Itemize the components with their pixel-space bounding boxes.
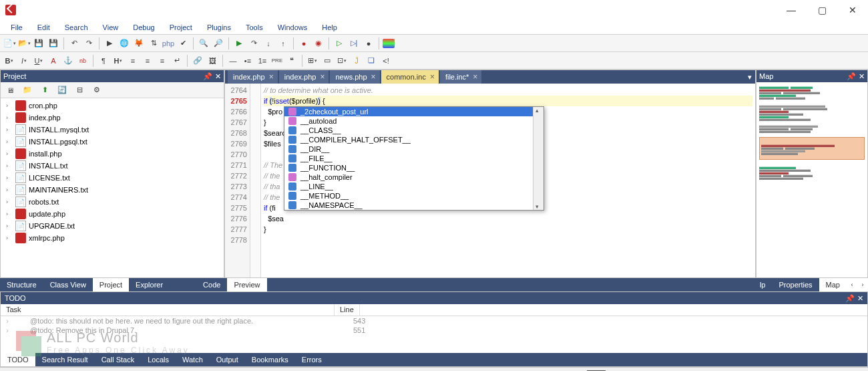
tree-item[interactable]: › 📄 INSTALL.pgsql.txt (1, 136, 224, 148)
todo-tab-locals[interactable]: Locals (141, 353, 176, 366)
left-tab-structure[interactable]: Structure (0, 278, 43, 291)
todo-tab-output[interactable]: Output (210, 353, 245, 366)
todo-col-line[interactable]: Line (335, 304, 360, 316)
todo-tab-errors[interactable]: Errors (295, 353, 329, 366)
check-button[interactable]: ✔ (176, 37, 190, 50)
pin-icon[interactable]: 📌 (203, 72, 212, 81)
ol-button[interactable]: 1≡ (256, 54, 269, 68)
autocomplete-item[interactable]: __CLASS__ (284, 126, 544, 135)
close-button[interactable]: ✕ (837, 0, 868, 20)
save-all-button[interactable]: 💾 (47, 37, 60, 50)
frame-button[interactable]: ⊡▾ (335, 54, 349, 68)
close-icon[interactable]: ✕ (859, 72, 865, 81)
undo-button[interactable]: ↶ (67, 37, 81, 50)
file-tree[interactable]: › cron.php› index.php› 📄 INSTALL.mysql.t… (1, 98, 224, 277)
align-left-button[interactable]: ≡ (126, 54, 140, 68)
pin-icon[interactable]: 📌 (845, 294, 855, 303)
image-button[interactable]: 🖼 (206, 54, 219, 68)
tab-close-icon[interactable]: × (371, 72, 376, 82)
breakpoints-button[interactable]: ◉ (312, 37, 325, 50)
skip-button[interactable]: ▷| (347, 37, 361, 50)
tab-close-icon[interactable]: × (430, 72, 435, 82)
bold-button[interactable]: B▾ (3, 54, 16, 68)
tree-item[interactable]: › 📄 INSTALL.mysql.txt (1, 124, 224, 136)
autocomplete-item[interactable]: __LINE__ (284, 182, 544, 191)
find-button[interactable]: 🔍 (197, 37, 210, 50)
debug-run-button[interactable]: ▶ (232, 37, 246, 50)
up-icon[interactable]: ⬆ (38, 84, 51, 97)
right-tab-lp[interactable]: lp (753, 278, 773, 291)
editor-tab[interactable]: file.inc*× (440, 70, 481, 84)
todo-row[interactable]: ›@todo: Remove this in Drupal 7.551 (1, 326, 867, 335)
autocomplete-item[interactable]: __FILE__ (284, 154, 544, 163)
minimap-viewport[interactable]: ▬▬▬▬▬▬▬▬▬▬▬▬▬ ▬▬▬▬▬▬▬▬▬▬▬▬▬▬▬ (759, 137, 865, 160)
expand-icon[interactable]: › (6, 102, 13, 109)
br-button[interactable]: ↵ (170, 54, 184, 68)
tree-item[interactable]: › index.php (1, 112, 224, 124)
left-tab-project[interactable]: Project (93, 278, 129, 291)
close-icon[interactable]: ✕ (857, 294, 863, 303)
config-icon[interactable]: ⚙ (90, 84, 103, 97)
editor-tab-preview[interactable]: Preview (227, 278, 266, 291)
left-tab-explorer[interactable]: Explorer (129, 278, 170, 291)
debug-step-into-button[interactable]: ↓ (262, 37, 275, 50)
pre-button[interactable]: PRE (270, 54, 284, 68)
debug-step-out-button[interactable]: ↑ (276, 37, 290, 50)
script-button[interactable]: Ĵ (350, 54, 363, 68)
todo-tab-watch[interactable]: Watch (176, 353, 210, 366)
todo-tab-todo[interactable]: TODO (1, 353, 35, 366)
tree-item[interactable]: › xmlrpc.php (1, 232, 224, 244)
tab-close-icon[interactable]: × (320, 72, 324, 82)
folder-icon[interactable]: 📁 (21, 84, 34, 97)
todo-tab-call-stack[interactable]: Call Stack (95, 353, 142, 366)
menu-edit[interactable]: Edit (31, 22, 57, 33)
tree-item[interactable]: › 📄 LICENSE.txt (1, 172, 224, 184)
editor-tab[interactable]: news.php× (330, 70, 379, 84)
heading-button[interactable]: H▾ (112, 54, 125, 68)
tree-item[interactable]: › 📄 UPGRADE.txt (1, 220, 224, 232)
browser-ff-button[interactable]: 🦊 (132, 37, 146, 50)
editor-body[interactable]: 2764276527662767276827692770277127722773… (225, 84, 755, 277)
todo-row[interactable]: ›@todo: this should not be here. we need… (1, 316, 867, 326)
autocomplete-item[interactable]: __NAMESPACE__ (284, 201, 544, 210)
css-button[interactable]: ❏ (365, 54, 378, 68)
ftp-button[interactable]: ⇅ (147, 37, 160, 50)
tab-close-icon[interactable]: × (269, 72, 274, 82)
menu-search[interactable]: Search (58, 22, 95, 33)
menu-file[interactable]: File (4, 22, 29, 33)
todo-col-task[interactable]: Task (1, 304, 335, 316)
tree-item[interactable]: › install.php (1, 148, 224, 160)
pin-icon[interactable]: 📌 (847, 72, 856, 81)
font-button[interactable]: A (47, 54, 60, 68)
autocomplete-item[interactable]: __autoload (284, 116, 544, 126)
autocomplete-item[interactable]: __halt_compiler (284, 172, 544, 182)
menu-windows[interactable]: Windows (271, 22, 314, 33)
php-icon[interactable]: php (162, 37, 175, 50)
code-minimap[interactable]: ▬▬▬▬ ▬▬▬▬▬▬▬▬▬▬▬▬▬ ▬▬▬▬▬▬▬▬▬▬▬▬ ▬▬▬▬ ▬▬▬… (756, 82, 867, 277)
autocomplete-popup[interactable]: _2checkout_post_url__autoload__CLASS____… (284, 106, 544, 211)
underline-button[interactable]: U▾ (32, 54, 45, 68)
align-right-button[interactable]: ≡ (156, 54, 169, 68)
expand-icon[interactable]: › (6, 138, 13, 145)
menu-plugins[interactable]: Plugins (200, 22, 238, 33)
expand-icon[interactable]: › (6, 211, 13, 217)
collapse-icon[interactable]: ⊟ (73, 84, 86, 97)
right-tab-properties[interactable]: Properties (772, 278, 819, 291)
expand-icon[interactable]: › (6, 174, 13, 181)
todo-tab-search-result[interactable]: Search Result (35, 353, 95, 366)
tree-item[interactable]: › cron.php (1, 100, 224, 112)
autocomplete-item[interactable]: __METHOD__ (284, 191, 544, 201)
save-button[interactable]: 💾 (32, 37, 45, 50)
blockquote-button[interactable]: ❝ (285, 54, 298, 68)
tab-close-icon[interactable]: × (473, 72, 477, 82)
ul-button[interactable]: •≡ (241, 54, 254, 68)
tree-item[interactable]: › update.php (1, 208, 224, 220)
maximize-button[interactable]: ▢ (807, 0, 837, 20)
expand-icon[interactable]: › (6, 199, 13, 205)
autocomplete-scrollbar[interactable] (533, 107, 544, 210)
tree-item[interactable]: › 📄 INSTALL.txt (1, 160, 224, 172)
italic-button[interactable]: I▾ (17, 54, 31, 68)
color-button[interactable] (383, 39, 395, 48)
autocomplete-item[interactable]: __FUNCTION__ (284, 163, 544, 172)
tab-nav-icon[interactable]: ‹ (847, 278, 857, 291)
